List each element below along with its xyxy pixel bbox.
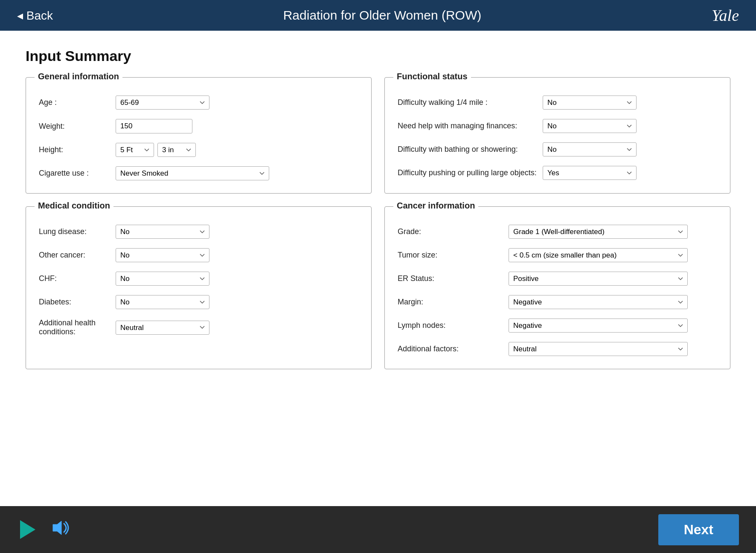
grade-label: Grade: (398, 227, 509, 236)
play-button[interactable] (17, 519, 38, 540)
height-in-select[interactable]: 3 in (157, 143, 196, 157)
lung-select[interactable]: No Yes (116, 225, 209, 239)
walking-label: Difficulty walking 1/4 mile : (398, 98, 543, 107)
cancer-info-section: Cancer information Grade: Grade 1 (Well-… (384, 206, 730, 369)
lymph-label: Lymph nodes: (398, 321, 509, 330)
main-content: Input Summary General information Age : … (0, 31, 756, 506)
grade-select[interactable]: Grade 1 (Well-differentiated) Grade 2 (M… (509, 225, 688, 239)
finances-select[interactable]: No Yes (543, 119, 637, 133)
diabetes-row: Diabetes: No Yes (39, 295, 358, 309)
footer-controls (17, 519, 71, 540)
margin-label: Margin: (398, 298, 509, 307)
medical-condition-section: Medical condition Lung disease: No Yes O… (26, 206, 372, 369)
back-button[interactable]: ◂ Back (17, 9, 53, 23)
svg-marker-0 (53, 521, 61, 535)
form-grid: General information Age : 65-69 Weight: … (26, 77, 730, 369)
play-icon (20, 520, 35, 539)
additional-factors-label: Additional factors: (398, 345, 509, 353)
bathing-row: Difficulty with bathing or showering: No… (398, 142, 717, 156)
finances-label: Need help with managing finances: (398, 122, 543, 130)
chf-label: CHF: (39, 274, 116, 283)
lung-label: Lung disease: (39, 227, 116, 236)
lymph-select[interactable]: Negative Positive (509, 318, 688, 333)
age-select[interactable]: 65-69 (116, 96, 209, 110)
chf-select[interactable]: No Yes (116, 272, 209, 286)
height-ft-select[interactable]: 5 Ft (116, 143, 154, 157)
age-row: Age : 65-69 (39, 96, 358, 110)
cigarette-select[interactable]: Never Smoked (116, 166, 269, 180)
lung-row: Lung disease: No Yes (39, 225, 358, 239)
additional-health-row: Additional health conditions: Neutral Go… (39, 318, 358, 336)
margin-row: Margin: Negative Positive Close (398, 295, 717, 309)
er-status-row: ER Status: Positive Negative (398, 272, 717, 286)
walking-row: Difficulty walking 1/4 mile : No Yes (398, 96, 717, 110)
weight-label: Weight: (39, 122, 116, 131)
medical-condition-legend: Medical condition (35, 201, 113, 211)
margin-select[interactable]: Negative Positive Close (509, 295, 688, 309)
height-row: Height: 5 Ft 3 in (39, 143, 358, 157)
general-info-section: General information Age : 65-69 Weight: … (26, 77, 372, 194)
diabetes-label: Diabetes: (39, 298, 116, 307)
other-cancer-select[interactable]: No Yes (116, 248, 209, 262)
other-cancer-label: Other cancer: (39, 251, 116, 260)
pushing-row: Difficulty pushing or pulling large obje… (398, 166, 717, 180)
diabetes-select[interactable]: No Yes (116, 295, 209, 309)
additional-health-label: Additional health conditions: (39, 318, 116, 336)
walking-select[interactable]: No Yes (543, 96, 637, 110)
additional-factors-select[interactable]: Neutral Good Poor (509, 342, 688, 356)
age-label: Age : (39, 98, 116, 107)
next-button[interactable]: Next (658, 514, 739, 545)
pushing-label: Difficulty pushing or pulling large obje… (398, 168, 543, 177)
cigarette-label: Cigarette use : (39, 169, 116, 178)
functional-status-section: Functional status Difficulty walking 1/4… (384, 77, 730, 194)
tumor-select[interactable]: < 0.5 cm (size smaller than pea) 0.5 - 1… (509, 248, 688, 262)
lymph-row: Lymph nodes: Negative Positive (398, 318, 717, 333)
bathing-select[interactable]: No Yes (543, 142, 637, 156)
header: ◂ Back Radiation for Older Women (ROW) Y… (0, 0, 756, 31)
height-label: Height: (39, 145, 116, 154)
weight-row: Weight: (39, 119, 358, 133)
chf-row: CHF: No Yes (39, 272, 358, 286)
pushing-select[interactable]: No Yes (543, 166, 637, 180)
cancer-info-legend: Cancer information (393, 201, 478, 211)
header-title: Radiation for Older Women (ROW) (283, 8, 482, 23)
cigarette-row: Cigarette use : Never Smoked (39, 166, 358, 180)
height-inputs: 5 Ft 3 in (116, 143, 196, 157)
er-status-select[interactable]: Positive Negative (509, 272, 688, 286)
footer: Next (0, 506, 756, 553)
tumor-label: Tumor size: (398, 251, 509, 260)
er-status-label: ER Status: (398, 274, 509, 283)
volume-button[interactable] (51, 520, 71, 539)
finances-row: Need help with managing finances: No Yes (398, 119, 717, 133)
additional-health-select[interactable]: Neutral Good Poor (116, 321, 209, 335)
yale-logo: Yale (712, 6, 739, 25)
other-cancer-row: Other cancer: No Yes (39, 248, 358, 262)
functional-status-legend: Functional status (393, 72, 471, 81)
general-info-legend: General information (35, 72, 122, 81)
bathing-label: Difficulty with bathing or showering: (398, 145, 543, 154)
tumor-row: Tumor size: < 0.5 cm (size smaller than … (398, 248, 717, 262)
weight-input[interactable] (116, 119, 192, 133)
page-title: Input Summary (26, 48, 730, 64)
additional-factors-row: Additional factors: Neutral Good Poor (398, 342, 717, 356)
grade-row: Grade: Grade 1 (Well-differentiated) Gra… (398, 225, 717, 239)
